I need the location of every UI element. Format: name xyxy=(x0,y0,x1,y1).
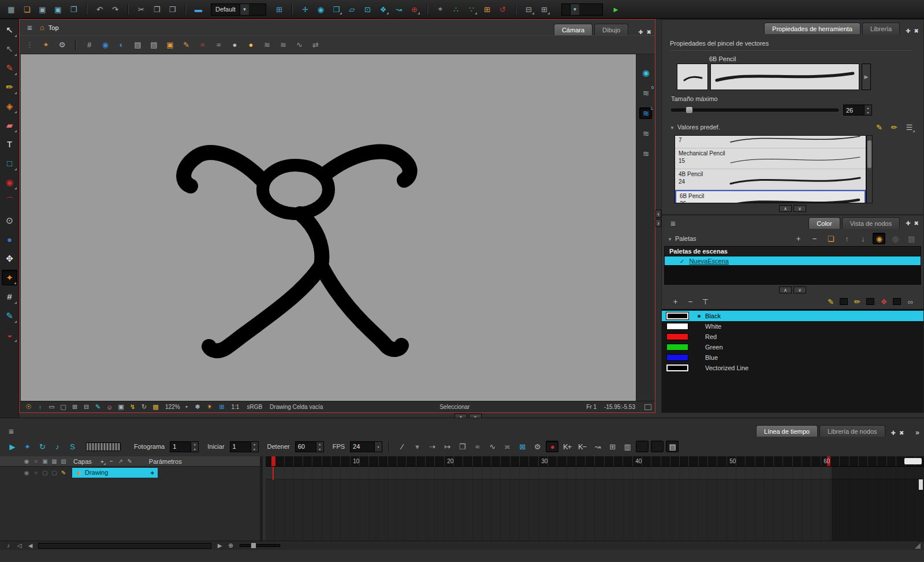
drawing-canvas[interactable] xyxy=(21,54,636,401)
apply-to-next-icon[interactable]: ↑ xyxy=(35,403,45,412)
cut-icon[interactable]: ✂ xyxy=(135,3,147,15)
lock-pencil-icon[interactable]: ✎ xyxy=(180,39,192,51)
preset-row-6b-pencil[interactable]: 6B Pencil26 xyxy=(675,190,866,203)
max-size-value[interactable]: 26 xyxy=(844,107,864,114)
maintain-size-tool-icon[interactable]: ⊡ xyxy=(361,3,374,15)
undo-icon[interactable]: ↶ xyxy=(93,3,106,15)
duplicate-drawing-icon[interactable]: ❐ xyxy=(456,441,468,452)
collapse-triangle-icon[interactable] xyxy=(668,235,675,242)
grid-icon[interactable]: # xyxy=(83,39,95,51)
save-all-icon[interactable]: ▣ xyxy=(51,3,64,15)
translate-tool-icon[interactable]: ✛ xyxy=(299,3,311,15)
snowflake-icon[interactable]: ❄ xyxy=(192,403,203,412)
layer-stack-bottom-icon[interactable]: ≋ xyxy=(639,148,652,159)
envelope-icon[interactable]: ⊠ xyxy=(516,441,528,452)
pencil-tool-icon[interactable]: ✏ xyxy=(2,79,17,95)
dropdown-caret-icon[interactable]: ▼ xyxy=(570,4,579,15)
pointer-icon[interactable]: ► xyxy=(609,3,622,15)
layer-stack-top-icon[interactable]: ≋0 xyxy=(639,87,652,99)
flip-horizontal-icon[interactable]: ⇄ xyxy=(309,39,322,51)
color-list[interactable]: BlackWhiteRedGreenBlueVectorized Line xyxy=(662,309,923,412)
animate-current-frame-icon[interactable]: ∴ xyxy=(449,3,462,15)
shape-tool-icon[interactable]: □ xyxy=(2,155,17,171)
window-icon[interactable]: ▢ xyxy=(58,403,68,412)
view-mode-icon[interactable]: ▭ xyxy=(46,403,57,412)
layer-lock-column-icon[interactable]: ▣ xyxy=(40,457,49,466)
preset-row-4b-pencil[interactable]: 4B Pencil24 xyxy=(675,169,866,190)
rotate-view-tool-icon[interactable]: ● xyxy=(2,232,17,247)
keyframe-remove-icon[interactable]: K− xyxy=(576,441,588,452)
current-drawing-layer-icon[interactable]: ≋L xyxy=(639,107,652,119)
color-row-red[interactable]: Red xyxy=(662,332,923,342)
lightning-icon[interactable]: ↯ xyxy=(127,403,137,412)
scroll-down-icon[interactable] xyxy=(793,205,806,212)
close-gap-tool-icon[interactable]: ⌒ xyxy=(2,193,17,209)
add-layer-button[interactable]: ＋ xyxy=(98,457,106,466)
start-frame-value[interactable]: 1 xyxy=(230,443,251,450)
new-scene-icon[interactable]: ▦ xyxy=(5,3,17,15)
preview-next-arrow[interactable]: ▶ xyxy=(862,64,871,90)
view-menu-icon[interactable] xyxy=(666,217,679,229)
sound-button[interactable]: ♪ xyxy=(51,441,64,452)
max-size-slider[interactable] xyxy=(671,109,839,111)
tab-línea-de-tiempo[interactable]: Línea de tiempo xyxy=(756,425,818,437)
brush-tool-icon[interactable]: ✎ xyxy=(2,60,17,76)
tab-cámara[interactable]: Cámara xyxy=(554,24,593,35)
palette-down-icon[interactable]: ↓ xyxy=(856,233,869,244)
remove-color-icon[interactable]: − xyxy=(684,296,696,307)
palette-folder-icon[interactable]: ❏ xyxy=(824,233,837,244)
ease-presets-icon[interactable]: ↝ xyxy=(591,441,603,452)
text-tool-icon[interactable]: T xyxy=(2,136,17,152)
close-view-icon[interactable] xyxy=(899,429,904,436)
onion-fade-icon[interactable]: ≋ xyxy=(260,39,273,51)
zoom-caret-icon[interactable]: ▼ xyxy=(185,405,189,409)
sound-scrubbing-button[interactable]: S xyxy=(66,441,79,452)
add-view-icon[interactable] xyxy=(891,429,896,436)
layer-onion-toggle[interactable]: ▢ xyxy=(50,468,58,477)
onion-skin-after-icon[interactable]: ⊞ xyxy=(538,3,550,15)
copy-icon[interactable]: ❐ xyxy=(150,3,163,15)
show-strokes-eye-icon[interactable]: ◉ xyxy=(639,67,652,79)
spin-down-icon[interactable] xyxy=(191,446,198,452)
scroll-up-icon[interactable] xyxy=(779,286,792,293)
tab-librería[interactable]: Librería xyxy=(862,23,900,34)
ease-selector-caret-icon[interactable]: ▾ xyxy=(411,441,423,452)
color-row-vectorized-line[interactable]: Vectorized Line xyxy=(662,363,923,373)
eyedropper-icon[interactable]: ✎ xyxy=(824,296,837,307)
stop-frame-field[interactable]: 60 xyxy=(295,441,324,452)
rotate-tool-icon[interactable]: ◉ xyxy=(314,3,327,15)
grid-small-icon[interactable]: ⊞ xyxy=(69,403,80,412)
save-scene-icon[interactable]: ▣ xyxy=(36,3,49,15)
layer-edit-pencil-icon[interactable]: ✎ xyxy=(59,468,68,477)
tab-propiedades-de-herramienta[interactable]: Propiedades de herramienta xyxy=(764,23,860,34)
dropper-tool-icon[interactable]: ⊙ xyxy=(2,213,17,228)
close-view-icon[interactable] xyxy=(647,28,651,35)
grid-scroll-thumb[interactable] xyxy=(919,479,923,490)
ease-line-icon[interactable]: ∕ xyxy=(396,441,408,452)
smiley-icon[interactable]: ☺ xyxy=(104,403,114,412)
add-stop-motion-keyframe-icon[interactable]: ↦ xyxy=(441,441,453,452)
current-frame-field[interactable]: 1 xyxy=(170,441,199,452)
save-version-icon[interactable]: ❐ xyxy=(67,3,80,15)
sound-display-icon[interactable]: ♪ xyxy=(3,542,13,549)
spin-up-icon[interactable] xyxy=(191,442,198,447)
redo-icon[interactable]: ↷ xyxy=(109,3,121,15)
record-button[interactable]: ● xyxy=(546,441,558,452)
link-palette-icon[interactable]: ∞ xyxy=(904,296,916,307)
stroke-smooth-icon[interactable]: ∿ xyxy=(293,39,305,51)
close-view-icon[interactable] xyxy=(914,27,919,34)
frame-ruler[interactable]: 102030405060 xyxy=(266,456,924,467)
onion-skin-icon[interactable]: ◉ xyxy=(99,39,111,51)
volume-icon[interactable]: ◁ xyxy=(14,542,24,549)
overflow-chevrons-icon[interactable] xyxy=(915,429,919,437)
layer-solo-toggle[interactable]: ○ xyxy=(31,468,40,477)
resize-grip[interactable] xyxy=(915,543,921,549)
grid-outline-icon[interactable]: ⊟ xyxy=(81,403,91,412)
remove-layer-button[interactable]: − xyxy=(107,457,116,466)
scene-marker-icon[interactable]: ↗ xyxy=(116,457,125,466)
fps-caret-icon[interactable] xyxy=(375,442,382,452)
color-row-white[interactable]: White xyxy=(662,321,923,332)
matte-ball-icon[interactable]: ● xyxy=(228,39,241,51)
layer-solo-column-icon[interactable]: ○ xyxy=(31,457,40,466)
close-view-icon[interactable] xyxy=(914,219,919,226)
